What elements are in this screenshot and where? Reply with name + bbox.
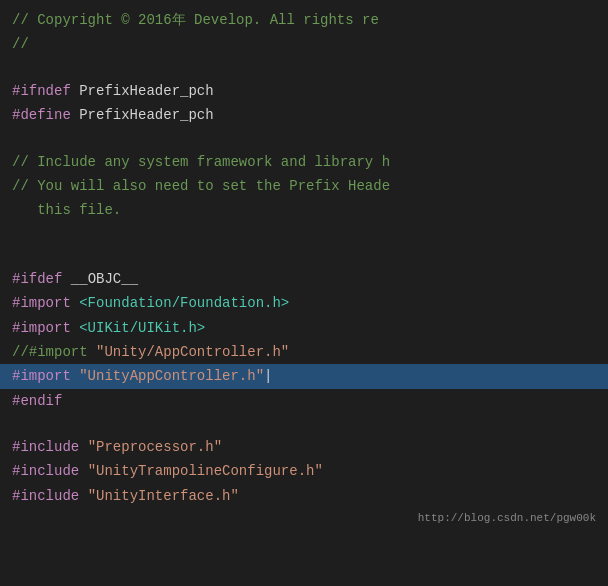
code-line-4: #ifndef PrefixHeader_pch [0,79,608,103]
preprocessor-keyword: #define [12,107,71,123]
string-value: "UnityAppController.h" [79,368,264,384]
cursor: | [264,368,272,384]
code-line-6 [0,128,608,150]
preprocessor-keyword: #include [12,439,79,455]
code-line-13: #import <Foundation/Foundation.h> [0,291,608,315]
code-line-11 [0,245,608,267]
preprocessor-keyword: #include [12,488,79,504]
code-line-2: // [0,32,608,56]
preprocessor-keyword: #ifdef [12,271,62,287]
watermark: http://blog.csdn.net/pgw00k [0,508,608,528]
code-text: PrefixHeader_pch [71,83,214,99]
code-line-1: // Copyright © 2016年 Develop. All rights… [0,8,608,32]
code-line-3 [0,57,608,79]
string-value: "Preprocessor.h" [88,439,222,455]
comment-text: //#import [12,344,96,360]
string-value: "UnityTrampolineConfigure.h" [88,463,323,479]
code-line-7: // Include any system framework and libr… [0,150,608,174]
code-text [79,488,87,504]
code-line-19: #include "Preprocessor.h" [0,435,608,459]
code-text: __OBJC__ [62,271,138,287]
code-line-18 [0,413,608,435]
code-line-21: #include "UnityInterface.h" [0,484,608,508]
code-line-12: #ifdef __OBJC__ [0,267,608,291]
import-path: <UIKit/UIKit.h> [79,320,205,336]
preprocessor-keyword: #import [12,368,71,384]
code-line-5: #define PrefixHeader_pch [0,103,608,127]
preprocessor-keyword: #ifndef [12,83,71,99]
import-path: <Foundation/Foundation.h> [79,295,289,311]
code-line-9: this file. [0,198,608,222]
string-value: "UnityInterface.h" [88,488,239,504]
code-line-20: #include "UnityTrampolineConfigure.h" [0,459,608,483]
code-text [71,320,79,336]
code-line-17: #endif [0,389,608,413]
code-text [71,295,79,311]
code-text [71,368,79,384]
code-line-15: //#import "Unity/AppController.h" [0,340,608,364]
string-value: "Unity/AppController.h" [96,344,289,360]
preprocessor-keyword: #endif [12,393,62,409]
code-line-8: // You will also need to set the Prefix … [0,174,608,198]
code-line-16[interactable]: #import "UnityAppController.h"| [0,364,608,388]
code-text [79,439,87,455]
preprocessor-keyword: #import [12,295,71,311]
code-line-10 [0,223,608,245]
code-text: PrefixHeader_pch [71,107,214,123]
code-line-14: #import <UIKit/UIKit.h> [0,316,608,340]
preprocessor-keyword: #import [12,320,71,336]
code-text [79,463,87,479]
preprocessor-keyword: #include [12,463,79,479]
code-editor: // Copyright © 2016年 Develop. All rights… [0,0,608,536]
